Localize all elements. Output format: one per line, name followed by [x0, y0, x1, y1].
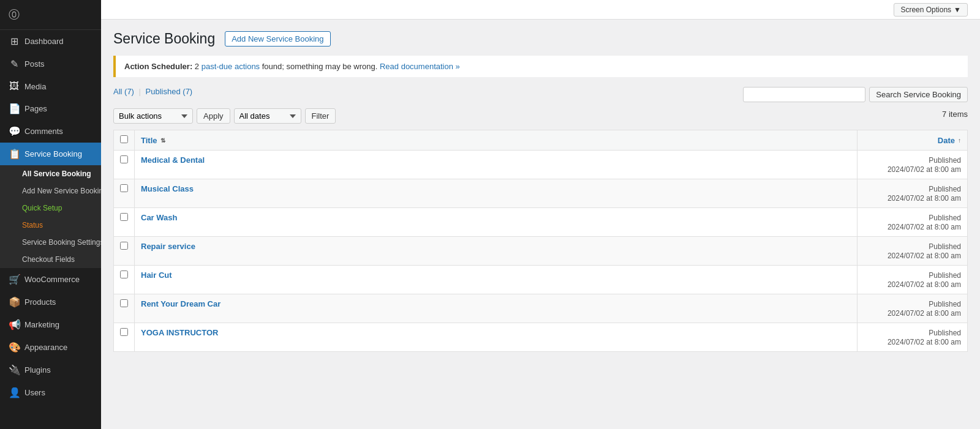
chevron-down-icon: ▼	[954, 6, 961, 14]
submenu-quick-setup[interactable]: Quick Setup	[0, 200, 101, 217]
dashboard-icon: ⊞	[9, 35, 20, 47]
screen-options-button[interactable]: Screen Options ▼	[894, 3, 968, 17]
submenu-add-new-service-booking[interactable]: Add New Service Booking	[0, 182, 101, 200]
sidebar-item-service-booking[interactable]: 📋 Service Booking	[0, 143, 101, 165]
row-date: 2024/07/02 at 8:00 am	[888, 194, 961, 203]
pages-icon: 📄	[9, 103, 20, 114]
table-row: Repair service Published 2024/07/02 at 8…	[114, 237, 968, 266]
row-status: Published	[929, 185, 961, 193]
page-header: Service Booking Add New Service Booking	[113, 31, 968, 47]
sidebar-item-comments[interactable]: 💬 Comments	[0, 120, 101, 143]
table-row: Medical & Dental Published 2024/07/02 at…	[114, 151, 968, 179]
row-title-cell: Hair Cut	[135, 266, 858, 294]
row-title-link[interactable]: Musical Class	[141, 184, 194, 193]
row-title-link[interactable]: YOGA INSTRUCTOR	[141, 328, 218, 337]
posts-icon: ✎	[9, 58, 20, 70]
row-date-cell: Published 2024/07/02 at 8:00 am	[858, 294, 968, 323]
sidebar-item-label: Pages	[24, 104, 47, 113]
row-checkbox[interactable]	[120, 213, 128, 221]
submenu-all-service-booking[interactable]: All Service Booking	[0, 165, 101, 182]
bulk-actions-row: Bulk actionsEditMove to Trash Apply All …	[113, 108, 336, 124]
sidebar-item-media[interactable]: 🖼 Media	[0, 75, 101, 97]
service-booking-icon: 📋	[9, 148, 20, 160]
row-date-cell: Published 2024/07/02 at 8:00 am	[858, 266, 968, 294]
row-checkbox-cell	[114, 294, 135, 323]
filter-button[interactable]: Filter	[305, 108, 336, 124]
row-date-cell: Published 2024/07/02 at 8:00 am	[858, 179, 968, 208]
sidebar-submenu: All Service Booking Add New Service Book…	[0, 165, 101, 268]
select-all-checkbox[interactable]	[120, 135, 128, 143]
items-count: 7 items	[942, 110, 968, 119]
row-status: Published	[929, 300, 961, 308]
sidebar-item-plugins[interactable]: 🔌 Plugins	[0, 359, 101, 381]
page-title: Service Booking	[113, 31, 215, 47]
row-status: Published	[929, 271, 961, 280]
bulk-actions-select[interactable]: Bulk actionsEditMove to Trash	[113, 108, 193, 124]
row-date-cell: Published 2024/07/02 at 8:00 am	[858, 323, 968, 352]
table-row: YOGA INSTRUCTOR Published 2024/07/02 at …	[114, 323, 968, 352]
action-scheduler-notice: Action Scheduler: 2 past-due actions fou…	[113, 56, 968, 77]
row-checkbox[interactable]	[120, 328, 128, 336]
date-sort-icon: ↑	[958, 137, 961, 144]
date-sort-link[interactable]: Date ↑	[938, 136, 961, 145]
search-service-booking-button[interactable]: Search Service Booking	[869, 87, 968, 102]
bookings-table: Title ⇅ Date ↑ Med	[113, 130, 968, 352]
row-status: Published	[929, 329, 961, 337]
sidebar-item-posts[interactable]: ✎ Posts	[0, 53, 101, 75]
comments-icon: 💬	[9, 125, 20, 137]
sidebar-item-products[interactable]: 📦 Products	[0, 291, 101, 313]
title-sort-link[interactable]: Title ⇅	[141, 136, 165, 145]
sidebar-item-pages[interactable]: 📄 Pages	[0, 97, 101, 120]
marketing-icon: 📢	[9, 319, 20, 330]
row-title-link[interactable]: Car Wash	[141, 213, 177, 222]
row-title-link[interactable]: Medical & Dental	[141, 155, 205, 165]
search-row: Search Service Booking	[743, 87, 968, 102]
submenu-service-booking-settings[interactable]: Service Booking Settings	[0, 234, 101, 251]
appearance-icon: 🎨	[9, 341, 20, 353]
filter-links: All (7) | Published (7)	[113, 87, 192, 96]
filter-published-link[interactable]: Published (7)	[146, 87, 193, 96]
submenu-status[interactable]: Status	[0, 217, 101, 234]
content-area: Service Booking Add New Service Booking …	[101, 20, 980, 429]
apply-button[interactable]: Apply	[197, 108, 230, 124]
sidebar-item-label: Users	[24, 388, 45, 397]
sidebar-item-woocommerce[interactable]: 🛒 WooCommerce	[0, 268, 101, 291]
topbar: Screen Options ▼	[101, 0, 980, 20]
row-title-link[interactable]: Repair service	[141, 242, 195, 251]
add-new-service-booking-button[interactable]: Add New Service Booking	[225, 31, 330, 47]
plugins-icon: 🔌	[9, 364, 20, 376]
search-input[interactable]	[743, 87, 865, 102]
row-checkbox[interactable]	[120, 242, 128, 250]
sidebar-item-label: Posts	[24, 59, 45, 69]
wp-logo: ⓪	[0, 0, 101, 30]
sidebar-item-users[interactable]: 👤 Users	[0, 381, 101, 404]
row-date: 2024/07/02 at 8:00 am	[888, 338, 961, 346]
media-icon: 🖼	[9, 81, 20, 92]
table-body: Medical & Dental Published 2024/07/02 at…	[114, 151, 968, 352]
row-status: Published	[929, 156, 961, 165]
row-date: 2024/07/02 at 8:00 am	[888, 280, 961, 289]
sidebar-item-label: Media	[24, 82, 46, 91]
sidebar-item-label: Service Booking	[24, 149, 82, 159]
sidebar-item-label: Comments	[24, 127, 63, 136]
row-checkbox[interactable]	[120, 155, 128, 163]
sidebar-item-appearance[interactable]: 🎨 Appearance	[0, 336, 101, 359]
sidebar-item-dashboard[interactable]: ⊞ Dashboard	[0, 30, 101, 53]
read-documentation-link[interactable]: Read documentation »	[380, 62, 460, 71]
row-title-link[interactable]: Rent Your Dream Car	[141, 299, 221, 308]
sidebar-item-marketing[interactable]: 📢 Marketing	[0, 313, 101, 336]
row-title-link[interactable]: Hair Cut	[141, 270, 172, 280]
row-checkbox-cell	[114, 179, 135, 208]
dates-filter-select[interactable]: All dates	[234, 108, 301, 124]
sidebar: ⓪ ⊞ Dashboard ✎ Posts 🖼 Media 📄 Pages 💬 …	[0, 0, 101, 429]
controls-row: Bulk actionsEditMove to Trash Apply All …	[113, 108, 968, 124]
submenu-checkout-fields[interactable]: Checkout Fields	[0, 251, 101, 268]
filter-all-link[interactable]: All (7)	[113, 87, 134, 96]
row-title-cell: YOGA INSTRUCTOR	[135, 323, 858, 352]
row-checkbox[interactable]	[120, 299, 128, 307]
row-checkbox[interactable]	[120, 270, 128, 278]
row-checkbox-cell	[114, 323, 135, 352]
row-checkbox[interactable]	[120, 184, 128, 192]
wp-logo-icon: ⓪	[9, 7, 20, 22]
past-due-actions-link[interactable]: past-due actions	[202, 62, 260, 71]
